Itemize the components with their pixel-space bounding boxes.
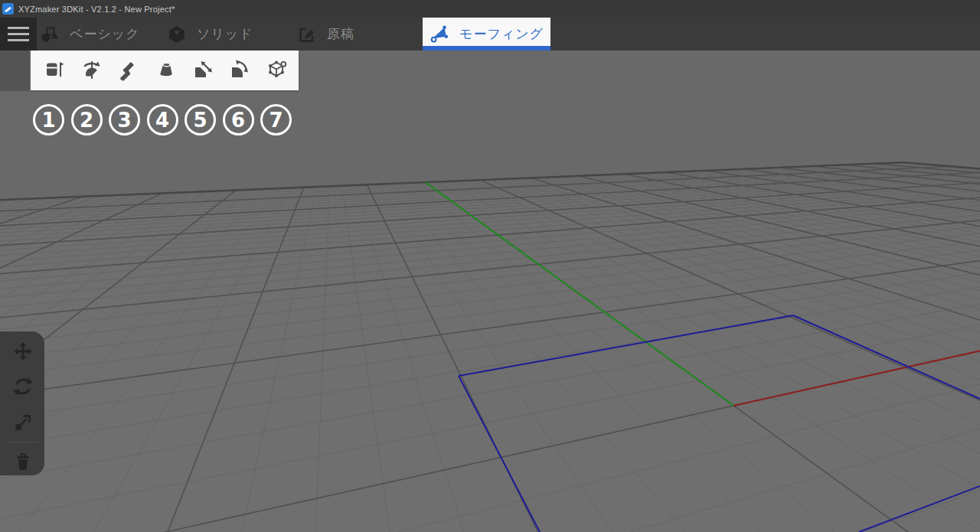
tab-label: ベーシック	[70, 25, 140, 43]
scale-tool-button[interactable]	[8, 407, 38, 438]
tab-label: モーフィング	[459, 25, 544, 43]
active-tab-underline	[423, 46, 550, 51]
app-logo-icon	[2, 3, 14, 15]
tab-label: 原稿	[327, 25, 354, 43]
lattice-icon	[265, 59, 288, 82]
menu-side-panel-stub	[0, 51, 29, 91]
step-badge-2: 2	[71, 104, 103, 135]
step-badge-3: 3	[109, 104, 140, 135]
revolve-tool-button[interactable]	[77, 54, 107, 87]
loft-tool-button[interactable]	[151, 54, 181, 87]
hamburger-icon	[8, 39, 29, 41]
step-badge-4: 4	[147, 104, 178, 135]
step-badge-1: 1	[33, 104, 64, 135]
tab-solid[interactable]: ソリッド	[167, 18, 270, 51]
rotate-icon	[13, 377, 33, 397]
scale-icon	[13, 413, 33, 432]
move-icon	[13, 341, 33, 361]
revolve-icon	[80, 59, 103, 82]
hamburger-menu-button[interactable]	[0, 18, 37, 51]
hamburger-icon	[8, 33, 29, 35]
palette-divider	[6, 442, 38, 442]
hamburger-icon	[8, 27, 29, 29]
solid-cube-icon	[167, 24, 187, 44]
morphing-lasso-icon	[430, 24, 449, 44]
step-badge-7: 7	[260, 104, 292, 135]
tab-morphing[interactable]: モーフィング	[423, 18, 550, 51]
window-title: XYZmaker 3DKit - V2.1.2 - New Project*	[18, 5, 175, 14]
sweep-icon	[118, 59, 141, 82]
morphing-toolbar	[31, 51, 299, 90]
tab-basic[interactable]: ベーシック	[40, 18, 155, 51]
rotate-tool-button[interactable]	[8, 371, 38, 402]
title-bar: XYZmaker 3DKit - V2.1.2 - New Project*	[0, 0, 980, 18]
loft-icon	[155, 59, 178, 82]
pull-tool-button[interactable]	[39, 54, 70, 87]
tab-draft[interactable]: 原稿	[297, 18, 385, 51]
transform-palette	[0, 331, 44, 475]
fillet-tool-button[interactable]	[224, 54, 255, 87]
delete-tool-button[interactable]	[8, 446, 38, 477]
chamfer-icon	[191, 59, 214, 82]
lattice-tool-button[interactable]	[261, 54, 292, 87]
draft-pencil-icon	[297, 24, 317, 44]
trash-icon	[13, 452, 33, 472]
step-badge-5: 5	[185, 104, 216, 135]
basic-shapes-icon	[40, 24, 60, 44]
chamfer-tool-button[interactable]	[188, 54, 218, 87]
fillet-icon	[228, 59, 251, 82]
pull-icon	[43, 59, 66, 82]
menu-bar: ベーシック ソリッド 原稿 モーフィング	[0, 18, 980, 51]
move-tool-button[interactable]	[8, 336, 38, 367]
sweep-tool-button[interactable]	[114, 54, 145, 87]
tab-label: ソリッド	[197, 25, 253, 43]
step-badge-6: 6	[223, 104, 254, 135]
